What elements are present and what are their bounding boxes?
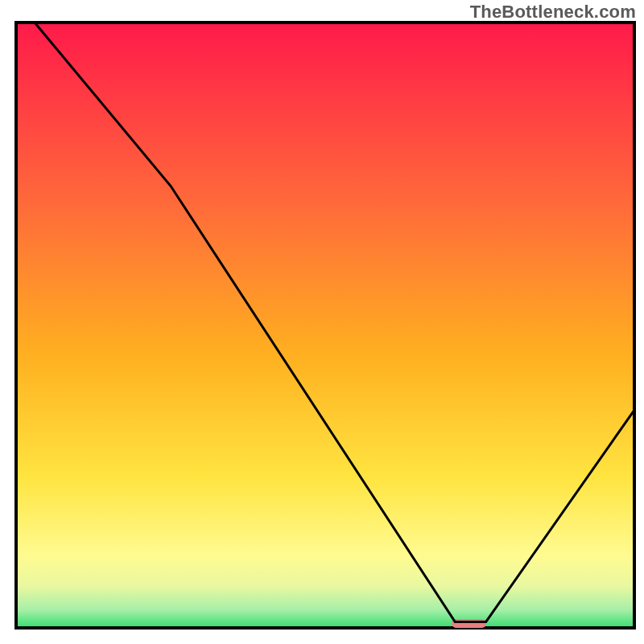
watermark-text: TheBottleneck.com bbox=[470, 2, 636, 23]
chart-container: TheBottleneck.com bbox=[0, 0, 644, 644]
bottleneck-chart bbox=[0, 0, 644, 644]
optimal-range-marker bbox=[452, 619, 485, 628]
